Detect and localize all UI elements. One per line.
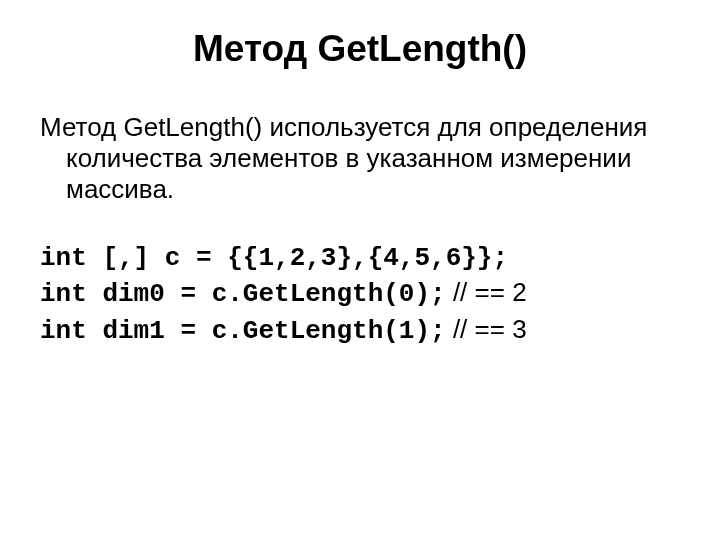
slide-title: Метод GetLength()	[40, 28, 680, 70]
description-paragraph: Метод GetLength() используется для опред…	[40, 112, 680, 206]
code-line-2: int dim0 = c.GetLength(0); // == 2	[40, 276, 680, 311]
code-line-1: int [,] c = {{1,2,3},{4,5,6}};	[40, 240, 680, 275]
code-text: int dim1 = c.GetLength(1);	[40, 316, 446, 346]
code-comment: // == 3	[446, 314, 527, 344]
code-block: int [,] c = {{1,2,3},{4,5,6}}; int dim0 …	[40, 240, 680, 348]
code-comment: // == 2	[446, 277, 527, 307]
slide-container: Метод GetLength() Метод GetLength() испо…	[0, 0, 720, 540]
code-text: int dim0 = c.GetLength(0);	[40, 279, 446, 309]
code-line-3: int dim1 = c.GetLength(1); // == 3	[40, 313, 680, 348]
code-text: int [,] c = {{1,2,3},{4,5,6}};	[40, 243, 508, 273]
